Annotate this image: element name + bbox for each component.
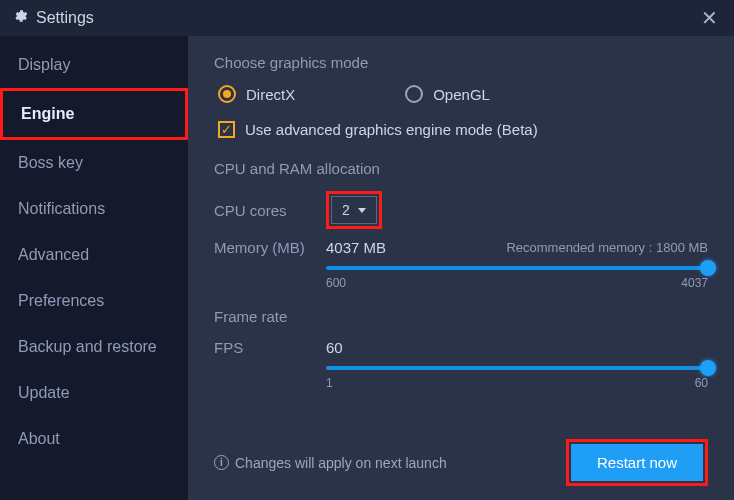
sidebar-item-backup-restore[interactable]: Backup and restore [0, 324, 188, 370]
restart-button[interactable]: Restart now [571, 444, 703, 481]
memory-slider-min: 600 [326, 276, 346, 290]
footer-note-text: Changes will apply on next launch [235, 455, 447, 471]
sidebar-item-display[interactable]: Display [0, 42, 188, 88]
sidebar: Display Engine Boss key Notifications Ad… [0, 36, 188, 500]
close-icon[interactable]: ✕ [697, 6, 722, 30]
sidebar-item-update[interactable]: Update [0, 370, 188, 416]
advanced-engine-label: Use advanced graphics engine mode (Beta) [245, 121, 538, 138]
fps-label: FPS [214, 339, 326, 356]
memory-slider[interactable] [326, 266, 708, 270]
titlebar: Settings ✕ [0, 0, 734, 36]
slider-thumb-icon[interactable] [700, 360, 716, 376]
window-title: Settings [36, 9, 697, 27]
sidebar-item-about[interactable]: About [0, 416, 188, 462]
radio-opengl-label: OpenGL [433, 86, 490, 103]
fps-slider[interactable] [326, 366, 708, 370]
slider-thumb-icon[interactable] [700, 260, 716, 276]
radio-opengl[interactable]: OpenGL [405, 85, 490, 103]
sidebar-item-preferences[interactable]: Preferences [0, 278, 188, 324]
cpu-cores-value: 2 [342, 202, 350, 218]
memory-slider-max: 4037 [681, 276, 708, 290]
recommended-memory: Recommended memory : 1800 MB [506, 240, 708, 255]
sidebar-item-engine[interactable]: Engine [0, 88, 188, 140]
memory-label: Memory (MB) [214, 239, 326, 256]
info-icon: i [214, 455, 229, 470]
content-panel: Choose graphics mode DirectX OpenGL ✓ Us… [188, 36, 734, 500]
caret-down-icon [358, 208, 366, 213]
fps-value: 60 [326, 339, 708, 356]
graphics-mode-title: Choose graphics mode [214, 54, 708, 71]
allocation-title: CPU and RAM allocation [214, 160, 708, 177]
checkbox-icon: ✓ [218, 121, 235, 138]
radio-dot-icon [218, 85, 236, 103]
cpu-cores-label: CPU cores [214, 202, 326, 219]
advanced-engine-checkbox[interactable]: ✓ Use advanced graphics engine mode (Bet… [214, 121, 708, 138]
sidebar-item-notifications[interactable]: Notifications [0, 186, 188, 232]
cpu-cores-dropdown[interactable]: 2 [331, 196, 377, 224]
radio-directx-label: DirectX [246, 86, 295, 103]
gear-icon [12, 8, 28, 28]
fps-slider-min: 1 [326, 376, 333, 390]
footer-note: i Changes will apply on next launch [214, 455, 447, 471]
sidebar-item-advanced[interactable]: Advanced [0, 232, 188, 278]
sidebar-item-boss-key[interactable]: Boss key [0, 140, 188, 186]
frame-rate-title: Frame rate [214, 308, 708, 325]
memory-value: 4037 MB [326, 239, 506, 256]
fps-slider-max: 60 [695, 376, 708, 390]
radio-circle-icon [405, 85, 423, 103]
radio-directx[interactable]: DirectX [218, 85, 295, 103]
